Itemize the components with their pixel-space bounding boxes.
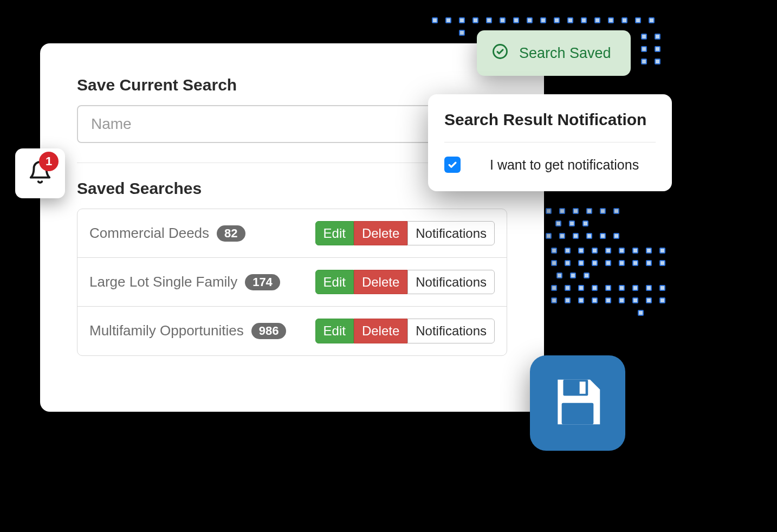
delete-button[interactable]: Delete: [354, 270, 407, 294]
edit-button[interactable]: Edit: [315, 221, 354, 245]
saved-search-row: Commercial Deeds 82 Edit Delete Notifica…: [77, 209, 507, 257]
save-current-search-title: Save Current Search: [77, 76, 507, 94]
notifications-button[interactable]: Notifications: [407, 319, 495, 343]
notifications-bell-card[interactable]: 1: [15, 148, 65, 198]
saved-search-row: Large Lot Single Family 174 Edit Delete …: [77, 257, 507, 306]
notifications-button[interactable]: Notifications: [407, 270, 495, 294]
saved-search-count-badge: 174: [245, 274, 280, 290]
svg-rect-2: [580, 381, 586, 393]
floppy-disk-icon: [548, 372, 607, 434]
notifications-opt-in-label: I want to get notifications: [490, 157, 639, 173]
toast-label: Search Saved: [519, 45, 611, 62]
edit-button[interactable]: Edit: [315, 270, 354, 294]
saved-search-count-badge: 986: [251, 323, 287, 339]
row-actions: Edit Delete Notifications: [315, 319, 495, 343]
edit-button[interactable]: Edit: [315, 319, 354, 343]
notifications-button[interactable]: Notifications: [407, 221, 495, 245]
saved-search-row: Multifamily Opportunities 986 Edit Delet…: [77, 306, 507, 355]
row-actions: Edit Delete Notifications: [315, 270, 495, 294]
delete-button[interactable]: Delete: [354, 319, 407, 343]
delete-button[interactable]: Delete: [354, 221, 407, 245]
decorative-dots: [542, 206, 669, 320]
svg-rect-3: [562, 403, 594, 424]
check-circle-icon: [492, 43, 508, 63]
saved-search-name: Multifamily Opportunities: [89, 322, 244, 339]
row-actions: Edit Delete Notifications: [315, 221, 495, 245]
notification-count-badge: 1: [39, 152, 59, 171]
saved-search-name: Large Lot Single Family: [89, 274, 237, 290]
save-icon-tile[interactable]: [530, 355, 625, 451]
saved-search-count-badge: 82: [217, 225, 245, 242]
search-saved-toast: Search Saved: [477, 30, 631, 76]
decorative-dots: [637, 31, 664, 69]
notification-panel-title: Search Result Notification: [444, 111, 656, 142]
saved-search-name: Commercial Deeds: [89, 225, 209, 242]
notifications-opt-in-checkbox[interactable]: [444, 157, 461, 173]
saved-searches-list: Commercial Deeds 82 Edit Delete Notifica…: [77, 209, 507, 356]
search-result-notification-panel: Search Result Notification I want to get…: [428, 94, 672, 191]
